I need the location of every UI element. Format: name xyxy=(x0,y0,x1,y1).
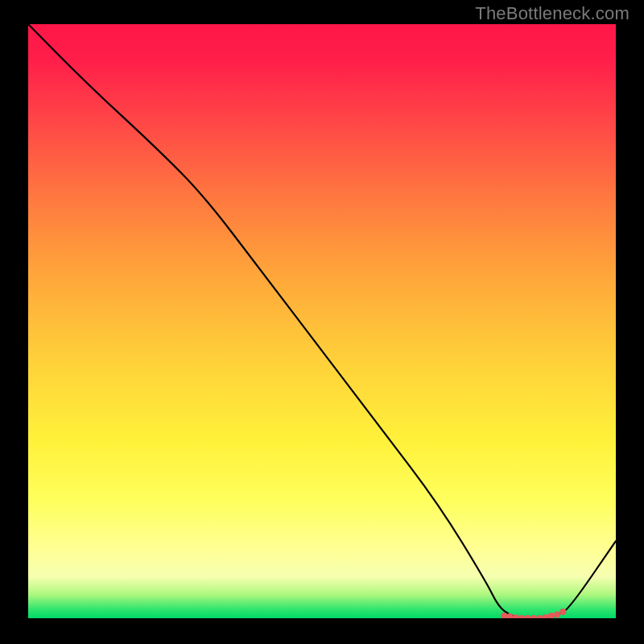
data-marker xyxy=(542,614,548,618)
data-marker xyxy=(513,614,519,618)
data-marker xyxy=(548,613,555,618)
data-marker xyxy=(518,615,525,618)
watermark-text: TheBottleneck.com xyxy=(475,3,630,24)
curve-path xyxy=(28,24,616,618)
data-marker xyxy=(501,613,507,618)
data-marker xyxy=(559,609,566,615)
plot-area xyxy=(28,24,616,618)
data-marker xyxy=(554,612,560,618)
data-marker xyxy=(525,615,531,618)
chart-container: TheBottleneck.com xyxy=(0,0,644,644)
line-curve xyxy=(28,24,616,618)
data-marker xyxy=(507,613,514,618)
data-marker xyxy=(536,615,543,618)
data-marker xyxy=(530,615,537,618)
